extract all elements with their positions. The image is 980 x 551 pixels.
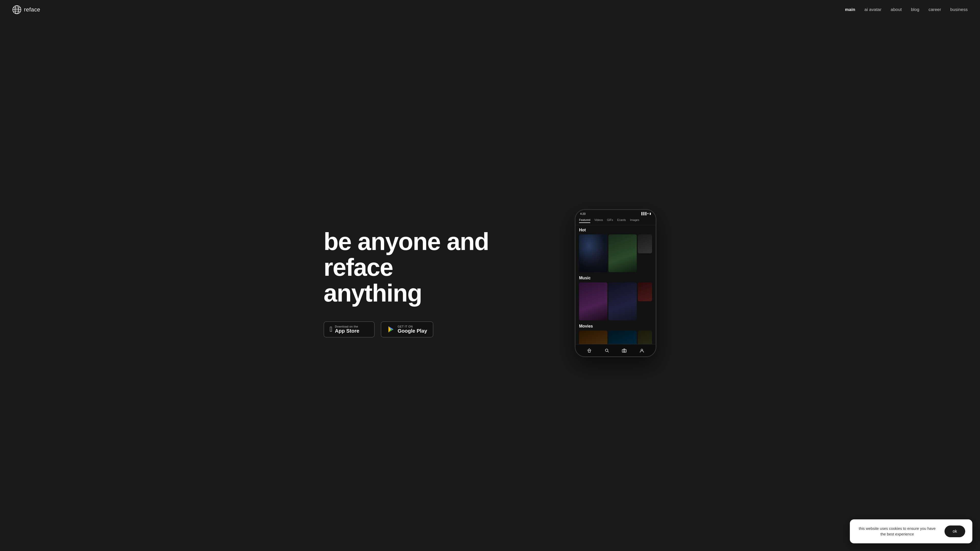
- music-thumb-3[interactable]: [638, 283, 652, 301]
- home-icon[interactable]: [587, 348, 592, 353]
- google-play-icon: [387, 325, 395, 333]
- hot-thumb-1[interactable]: [579, 234, 608, 272]
- hot-section-title: Hot: [579, 228, 652, 232]
- logo[interactable]: reface: [12, 5, 40, 14]
- nav-blog[interactable]: blog: [911, 7, 919, 12]
- cookie-message: this website uses cookies to ensure you …: [857, 526, 937, 537]
- nav-about[interactable]: about: [891, 7, 902, 12]
- phone-screen: 4:20 ▐▐▐ ▾ ▮ Featured Videos GIFs Ecards…: [576, 210, 655, 356]
- tab-ecards[interactable]: Ecards: [617, 218, 626, 223]
- app-store-button[interactable]:  Download on the App Store: [324, 321, 375, 338]
- profile-icon[interactable]: [639, 348, 645, 353]
- apple-icon: : [330, 326, 332, 333]
- logo-text: reface: [24, 6, 40, 13]
- svg-line-9: [608, 351, 609, 352]
- store-buttons:  Download on the App Store GET IT O: [324, 321, 497, 338]
- header: reface main ai avatar about blog career …: [0, 0, 980, 19]
- hot-grid: [579, 234, 652, 272]
- main-nav: main ai avatar about blog career busines…: [845, 7, 968, 12]
- music-grid: [579, 283, 652, 320]
- hero-title: be anyone and reface anything: [324, 229, 497, 306]
- movies-section-title: Movies: [579, 324, 652, 329]
- phone-preview: 4:20 ▐▐▐ ▾ ▮ Featured Videos GIFs Ecards…: [575, 209, 656, 357]
- tab-images[interactable]: Images: [630, 218, 639, 223]
- cookie-ok-button[interactable]: ok: [945, 526, 965, 537]
- search-icon[interactable]: [604, 348, 610, 353]
- phone-bottombar: [576, 344, 655, 356]
- tab-videos[interactable]: Videos: [594, 218, 603, 223]
- phone-content: Hot Music: [576, 225, 655, 356]
- main-content: be anyone and reface anything  Download…: [311, 0, 669, 551]
- svg-point-11: [624, 350, 625, 352]
- hot-thumb-3[interactable]: [638, 234, 652, 253]
- signal-icons: ▐▐▐ ▾ ▮: [641, 212, 651, 215]
- nav-career[interactable]: career: [928, 7, 941, 12]
- google-play-text: GET IT ON Google Play: [398, 325, 427, 334]
- phone-tabs: Featured Videos GIFs Ecards Images: [576, 218, 655, 225]
- music-section-title: Music: [579, 276, 652, 280]
- google-play-button[interactable]: GET IT ON Google Play: [381, 321, 433, 338]
- globe-icon: [12, 5, 21, 14]
- svg-point-8: [605, 349, 608, 351]
- hero-left: be anyone and reface anything  Download…: [324, 229, 497, 337]
- phone-mockup: 4:20 ▐▐▐ ▾ ▮ Featured Videos GIFs Ecards…: [575, 209, 656, 357]
- svg-rect-7: [588, 351, 590, 352]
- nav-main[interactable]: main: [845, 7, 855, 12]
- hot-thumb-2[interactable]: [608, 234, 637, 272]
- nav-business[interactable]: business: [950, 7, 968, 12]
- phone-statusbar: 4:20 ▐▐▐ ▾ ▮: [576, 210, 655, 218]
- tab-gifs[interactable]: GIFs: [607, 218, 613, 223]
- music-thumb-1[interactable]: [579, 283, 608, 320]
- app-store-text: Download on the App Store: [335, 325, 360, 334]
- tab-featured[interactable]: Featured: [579, 218, 590, 223]
- nav-ai-avatar[interactable]: ai avatar: [864, 7, 881, 12]
- cookie-banner: this website uses cookies to ensure you …: [850, 519, 972, 543]
- music-thumb-2[interactable]: [608, 283, 637, 320]
- camera-icon[interactable]: [621, 348, 627, 353]
